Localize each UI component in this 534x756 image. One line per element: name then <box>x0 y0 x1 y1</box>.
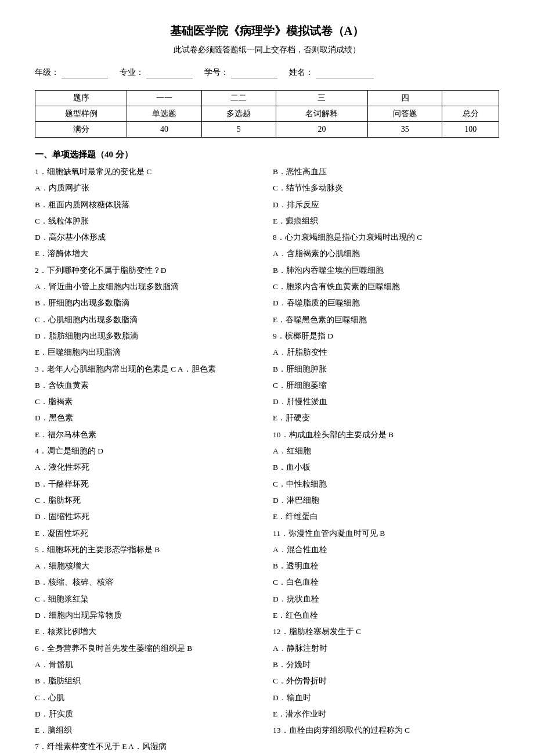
left-question-24: A．细胞核增大 <box>35 559 261 573</box>
table-row1-3: 名词解释 <box>276 106 367 122</box>
right-question-28: 12．脂肪栓塞易发生于 C <box>273 625 499 639</box>
left-question-31: B．脂肪组织 <box>35 674 261 688</box>
right-question-14: D．肝慢性淤血 <box>273 395 499 409</box>
name-label: 姓名： <box>289 67 313 78</box>
left-question-32: C．心肌 <box>35 691 261 705</box>
left-question-2: B．粗面内质网核糖体脱落 <box>35 198 261 212</box>
left-question-3: C．线粒体肿胀 <box>35 214 261 228</box>
left-question-22: E．凝固性坏死 <box>35 527 261 541</box>
table-header-3: 三 <box>276 91 367 106</box>
table-row2-5: 100 <box>442 122 499 138</box>
right-question-21: E．纤维蛋白 <box>273 510 499 524</box>
left-question-34: E．脑组织 <box>35 723 261 737</box>
table-row1-1: 单选题 <box>127 106 201 122</box>
left-question-28: E．核浆比例增大 <box>35 625 261 639</box>
left-question-29: 6．全身营养不良时首先发生萎缩的组织是 B <box>35 642 261 656</box>
left-question-8: B．肝细胞内出现多数脂滴 <box>35 296 261 310</box>
table-header-1: 一一 <box>127 91 201 106</box>
right-question-15: E．肝硬变 <box>273 411 499 425</box>
right-question-20: D．淋巴细胞 <box>273 494 499 507</box>
table-row2-1: 40 <box>127 122 201 138</box>
table-row1-4: 问答题 <box>368 106 442 122</box>
subtitle: 此试卷必须随答题纸一同上交存档，否则取消成绩） <box>35 45 499 55</box>
table-row1-0: 题型样例 <box>35 106 127 122</box>
right-question-32: D．输血时 <box>273 691 499 705</box>
left-question-25: B．核缩、核碎、核溶 <box>35 575 261 589</box>
right-question-18: B．血小板 <box>273 460 499 474</box>
left-question-11: E．巨噬细胞内出现脂滴 <box>35 345 261 359</box>
major-label: 专业： <box>120 67 144 78</box>
right-question-11: A．肝脂肪变性 <box>273 345 499 359</box>
right-question-1: C．结节性多动脉炎 <box>273 181 499 195</box>
right-question-27: E．红色血栓 <box>273 609 499 622</box>
right-question-25: C．白色血栓 <box>273 575 499 589</box>
left-question-1: A．内质网扩张 <box>35 181 261 195</box>
right-question-13: C．肝细胞萎缩 <box>273 379 499 393</box>
questions-container: 1．细胞缺氧时最常见的变化是 CA．内质网扩张B．粗面内质网核糖体脱落C．线粒体… <box>35 165 499 756</box>
student-id-field[interactable] <box>231 67 277 78</box>
left-question-21: D．固缩性坏死 <box>35 510 261 524</box>
left-question-23: 5．细胞坏死的主要形态学指标是 B <box>35 543 261 557</box>
info-line: 年级： 专业： 学号： 姓名： <box>35 67 499 78</box>
right-question-33: E．潜水作业时 <box>273 707 499 721</box>
right-question-23: A．混合性血栓 <box>273 543 499 557</box>
right-question-16: 10．构成血栓头部的主要成分是 B <box>273 428 499 442</box>
left-question-4: D．高尔基小体形成 <box>35 231 261 244</box>
left-question-20: C．脂肪坏死 <box>35 494 261 507</box>
table-header-0: 题序 <box>35 91 127 106</box>
right-question-30: B．分娩时 <box>273 658 499 672</box>
right-question-34: 13．血栓由肉芽组织取代的过程称为 C <box>273 723 499 737</box>
table-row1-2: 多选题 <box>201 106 276 122</box>
right-question-2: D．排斥反应 <box>273 198 499 212</box>
left-question-35: 7．纤维素样变性不见于 E A．风湿病 <box>35 740 261 754</box>
left-question-5: E．溶酶体增大 <box>35 247 261 261</box>
table-header-2: 二二 <box>201 91 276 106</box>
left-question-9: C．心肌细胞内出现多数脂滴 <box>35 313 261 327</box>
left-question-7: A．肾近曲小管上皮细胞内出现多数脂滴 <box>35 280 261 294</box>
right-question-4: 8．心力衰竭细胞是指心力衰竭时出现的 C <box>273 231 499 244</box>
left-question-26: C．细胞浆红染 <box>35 592 261 606</box>
left-question-13: B．含铁血黄素 <box>35 379 261 393</box>
right-question-5: A．含脂褐素的心肌细胞 <box>273 247 499 261</box>
right-question-22: 11．弥漫性血管内凝血时可见 B <box>273 527 499 541</box>
left-question-10: D．脂肪细胞内出现多数脂滴 <box>35 329 261 343</box>
right-question-3: E．癜痕组织 <box>273 214 499 228</box>
grade-field[interactable] <box>62 67 108 78</box>
name-field[interactable] <box>316 67 374 78</box>
right-question-10: 9．槟榔肝是指 D <box>273 329 499 343</box>
right-question-0: B．恶性高血压 <box>273 165 499 179</box>
table-header-5 <box>442 91 499 106</box>
grade-label: 年级： <box>35 67 59 78</box>
left-question-0: 1．细胞缺氧时最常见的变化是 C <box>35 165 261 179</box>
right-question-31: C．外伤骨折时 <box>273 674 499 688</box>
table-row1-5: 总分 <box>442 106 499 122</box>
table-row2-4: 35 <box>368 122 442 138</box>
left-question-16: E．福尔马林色素 <box>35 428 261 442</box>
major-field[interactable] <box>146 67 193 78</box>
left-question-33: D．肝实质 <box>35 707 261 721</box>
left-column: 1．细胞缺氧时最常见的变化是 CA．内质网扩张B．粗面内质网核糖体脱落C．线粒体… <box>35 165 267 756</box>
right-question-9: E．吞噬黑色素的巨噬细胞 <box>273 313 499 327</box>
score-table: 题序 一一 二二 三 四 题型样例 单选题 多选题 名词解释 问答题 总分 满分… <box>35 90 499 138</box>
table-row2-0: 满分 <box>35 122 127 138</box>
left-question-19: B．干酪样坏死 <box>35 477 261 491</box>
right-question-26: D．疣状血栓 <box>273 592 499 606</box>
right-question-24: B．透明血栓 <box>273 559 499 573</box>
left-question-30: A．骨骼肌 <box>35 658 261 672</box>
left-question-12: 3．老年人心肌细胞内常出现的色素是 C A．胆色素 <box>35 362 261 376</box>
right-question-8: D．吞噬脂质的巨噬细胞 <box>273 296 499 310</box>
right-question-12: B．肝细胞肿胀 <box>273 362 499 376</box>
title: 基础医学院《病理学》模拟试卷（A） <box>35 23 499 39</box>
left-question-15: D．黑色素 <box>35 411 261 425</box>
right-question-7: C．胞浆内含有铁血黄素的巨噬细胞 <box>273 280 499 294</box>
table-header-4: 四 <box>368 91 442 106</box>
section1-header: 一、单项选择题（40 分） <box>35 149 499 160</box>
right-question-19: C．中性粒细胞 <box>273 477 499 491</box>
table-row2-3: 20 <box>276 122 367 138</box>
table-row2-2: 5 <box>201 122 276 138</box>
left-question-14: C．脂褐素 <box>35 395 261 409</box>
student-id-label: 学号： <box>204 67 229 78</box>
right-question-17: A．红细胞 <box>273 444 499 458</box>
right-question-6: B．肺泡内吞噬尘埃的巨噬细胞 <box>273 264 499 278</box>
left-question-27: D．细胞内出现异常物质 <box>35 609 261 622</box>
